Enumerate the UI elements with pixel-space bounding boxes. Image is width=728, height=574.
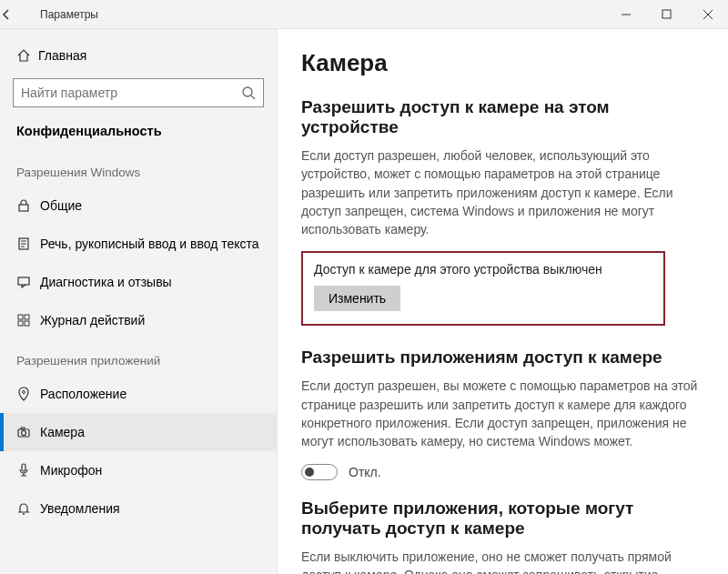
sidebar-item-label: Диагностика и отзывы	[40, 275, 172, 289]
page-title: Камера	[301, 49, 704, 77]
svg-rect-13	[25, 315, 29, 319]
sidebar-section-title: Конфиденциальность	[0, 116, 277, 151]
sidebar-item-label: Микрофон	[40, 463, 102, 478]
sidebar-item-camera[interactable]: Камера	[0, 413, 277, 451]
app-access-toggle[interactable]	[301, 464, 338, 480]
svg-rect-14	[18, 321, 23, 326]
device-access-status: Доступ к камере для этого устройства вык…	[314, 262, 652, 277]
location-icon	[16, 387, 40, 401]
sidebar-item-diagnostics[interactable]: Диагностика и отзывы	[0, 263, 277, 301]
sidebar-item-label: Журнал действий	[40, 313, 145, 327]
titlebar: Параметры	[0, 0, 728, 29]
section-heading-app-access: Разрешить приложениям доступ к камере	[301, 347, 704, 368]
sidebar-home-label: Главная	[38, 48, 86, 63]
search-input[interactable]	[21, 86, 241, 100]
sidebar-item-location[interactable]: Расположение	[0, 375, 277, 413]
activity-icon	[16, 313, 40, 327]
back-button[interactable]	[0, 8, 36, 21]
svg-rect-11	[18, 277, 29, 285]
clipboard-icon	[16, 237, 40, 251]
section-heading-choose-apps: Выберите приложения, которые могут получ…	[301, 498, 704, 539]
svg-point-16	[23, 391, 25, 394]
sidebar-item-label: Общие	[40, 198, 82, 213]
svg-rect-15	[25, 321, 29, 326]
sidebar-item-microphone[interactable]: Микрофон	[0, 451, 277, 489]
microphone-icon	[16, 463, 40, 478]
svg-rect-20	[22, 464, 25, 471]
toggle-label: Откл.	[349, 465, 381, 479]
section-heading-device-access: Разрешить доступ к камере на этом устрой…	[301, 97, 704, 137]
sidebar-item-label: Уведомления	[40, 501, 120, 516]
svg-rect-12	[18, 315, 23, 319]
search-icon	[241, 86, 256, 100]
maximize-button[interactable]	[646, 0, 687, 29]
search-box[interactable]	[13, 78, 264, 107]
content-pane: Камера Разрешить доступ к камере на этом…	[278, 29, 728, 574]
svg-point-4	[243, 87, 252, 96]
toggle-knob	[305, 468, 314, 477]
sidebar-item-notifications[interactable]: Уведомления	[0, 489, 277, 528]
device-access-callout: Доступ к камере для этого устройства вык…	[301, 251, 665, 326]
sidebar-item-label: Речь, рукописный ввод и ввод текста	[40, 237, 259, 251]
svg-line-5	[251, 96, 255, 99]
svg-rect-6	[19, 205, 28, 211]
sidebar-item-activity[interactable]: Журнал действий	[0, 301, 277, 339]
svg-rect-1	[662, 10, 671, 18]
sidebar-item-general[interactable]: Общие	[0, 186, 277, 225]
bell-icon	[16, 501, 40, 516]
change-button[interactable]: Изменить	[314, 286, 400, 311]
sidebar-home[interactable]: Главная	[0, 38, 277, 73]
section-body: Если доступ разрешен, любой человек, исп…	[301, 146, 702, 238]
section-body: Если доступ разрешен, вы можете с помощь…	[301, 377, 702, 450]
sidebar-item-label: Расположение	[40, 387, 126, 401]
minimize-button[interactable]	[605, 0, 646, 29]
svg-rect-19	[21, 428, 25, 429]
feedback-icon	[16, 275, 40, 289]
sidebar-group-apps: Разрешения приложений	[0, 339, 277, 375]
sidebar-item-speech[interactable]: Речь, рукописный ввод и ввод текста	[0, 225, 277, 263]
window-title: Параметры	[36, 8, 98, 21]
close-button[interactable]	[687, 0, 728, 29]
home-icon	[16, 48, 38, 63]
lock-icon	[16, 198, 40, 213]
camera-icon	[16, 425, 40, 439]
sidebar-item-label: Камера	[40, 425, 85, 439]
sidebar: Главная Конфиденциальность Разрешения Wi…	[0, 29, 278, 574]
sidebar-group-windows: Разрешения Windows	[0, 151, 277, 186]
section-body: Если выключить приложение, оно не сможет…	[301, 548, 702, 574]
svg-point-18	[22, 431, 26, 436]
